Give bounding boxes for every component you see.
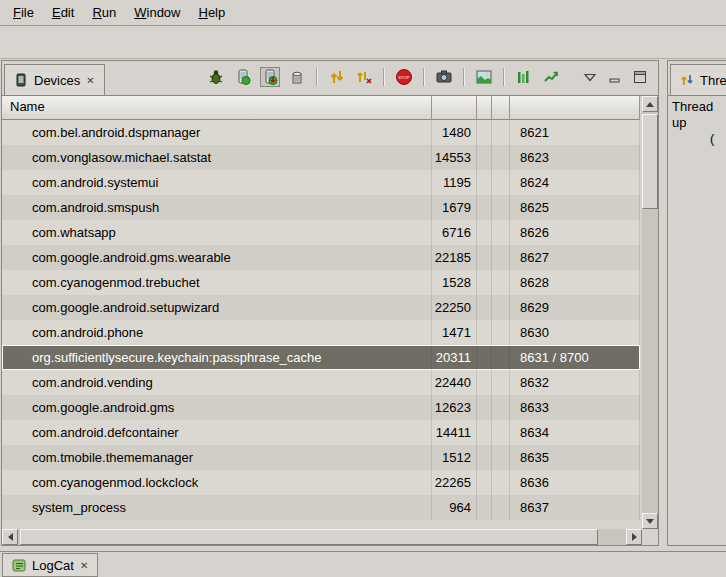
table-row[interactable]: org.sufficientlysecure.keychain:passphra…	[2, 345, 640, 370]
screen-record-icon[interactable]	[474, 67, 494, 87]
table-row[interactable]: com.whatsapp 6716 8626	[2, 220, 640, 245]
tab-threads[interactable]: Threa	[670, 64, 726, 96]
horizontal-scrollbar[interactable]	[2, 529, 642, 545]
scroll-right-button[interactable]	[626, 529, 642, 545]
table-row[interactable]: com.cyanogenmod.trebuchet 1528 8628	[2, 270, 640, 295]
empty-cell	[492, 320, 510, 345]
empty-cell	[492, 370, 510, 395]
close-icon[interactable]: ✕	[79, 560, 89, 571]
menu-help[interactable]: Help	[189, 1, 234, 24]
ddms-window: File Edit Run Window Help Devices ✕	[0, 0, 726, 577]
column-header-empty[interactable]	[492, 96, 510, 120]
process-pid-cell: 22250	[432, 295, 477, 320]
vertical-scrollbar[interactable]	[642, 96, 658, 529]
empty-cell	[477, 420, 492, 445]
empty-cell	[492, 245, 510, 270]
empty-cell	[477, 170, 492, 195]
table-row[interactable]: com.tmobile.thememanager 1512 8635	[2, 445, 640, 470]
process-pid-cell: 14553	[432, 145, 477, 170]
process-name-cell: com.cyanogenmod.trebuchet	[2, 270, 432, 295]
process-port-cell: 8634	[510, 420, 640, 445]
threads-tabstrip: Threa	[668, 61, 726, 96]
process-port-cell: 8632	[510, 370, 640, 395]
column-header-port[interactable]	[510, 96, 640, 120]
minimize-view-icon[interactable]	[605, 67, 625, 87]
stop-process-icon[interactable]: STOP	[394, 67, 414, 87]
toolbar-separator	[503, 68, 505, 86]
process-pid-cell: 1480	[432, 120, 477, 145]
vertical-scroll-track[interactable]	[642, 112, 658, 513]
horizontal-scroll-track[interactable]	[18, 529, 626, 545]
tab-logcat[interactable]: LogCat ✕	[2, 553, 98, 577]
table-row[interactable]: com.android.smspush 1679 8625	[2, 195, 640, 220]
column-header-empty[interactable]	[477, 96, 492, 120]
start-method-profiling-icon[interactable]	[354, 67, 374, 87]
scroll-left-button[interactable]	[2, 529, 18, 545]
table-row[interactable]: com.android.defcontainer 14411 8634	[2, 420, 640, 445]
table-row[interactable]: com.google.android.gms 12623 8633	[2, 395, 640, 420]
maximize-view-icon[interactable]	[630, 67, 650, 87]
vertical-scroll-thumb[interactable]	[642, 114, 658, 209]
empty-cell	[492, 120, 510, 145]
main-toolbar	[0, 27, 726, 59]
threads-message-line2: (	[672, 131, 722, 147]
process-name-cell: com.cyanogenmod.lockclock	[2, 470, 432, 495]
column-header-pid[interactable]	[432, 96, 477, 120]
table-row[interactable]: system_process 964 8637	[2, 495, 640, 520]
close-icon[interactable]: ✕	[85, 75, 95, 86]
process-port-cell: 8626	[510, 220, 640, 245]
process-name-cell: com.google.android.setupwizard	[2, 295, 432, 320]
process-pid-cell: 1195	[432, 170, 477, 195]
horizontal-scroll-thumb[interactable]	[20, 529, 598, 545]
process-port-cell: 8625	[510, 195, 640, 220]
cause-gc-icon[interactable]	[287, 67, 307, 87]
empty-cell	[492, 170, 510, 195]
empty-cell	[492, 420, 510, 445]
tracing-icon[interactable]	[514, 67, 534, 87]
table-row[interactable]: com.bel.android.dspmanager 1480 8621	[2, 120, 640, 145]
empty-cell	[492, 445, 510, 470]
process-pid-cell: 1679	[432, 195, 477, 220]
empty-cell	[492, 195, 510, 220]
table-row[interactable]: com.google.android.gms.wearable 22185 86…	[2, 245, 640, 270]
profiling-chart-icon[interactable]	[541, 67, 561, 87]
devices-tab-label: Devices	[34, 73, 80, 88]
process-port-cell: 8637	[510, 495, 640, 520]
toolbar-separator	[383, 68, 385, 86]
empty-cell	[477, 270, 492, 295]
toolbar-separator	[463, 68, 465, 86]
process-pid-cell: 14411	[432, 420, 477, 445]
empty-cell	[492, 495, 510, 520]
process-pid-cell: 6716	[432, 220, 477, 245]
process-pid-cell: 1528	[432, 270, 477, 295]
debug-process-icon[interactable]	[206, 67, 226, 87]
panel-sash[interactable]	[659, 60, 667, 546]
menu-window[interactable]: Window	[125, 1, 189, 24]
table-row[interactable]: com.android.phone 1471 8630	[2, 320, 640, 345]
tab-devices[interactable]: Devices ✕	[4, 64, 105, 96]
menu-file[interactable]: File	[4, 1, 43, 24]
view-menu-icon[interactable]	[580, 67, 600, 87]
update-threads-icon[interactable]	[327, 67, 347, 87]
scroll-left-icon	[8, 533, 13, 541]
update-heap-icon[interactable]	[233, 67, 253, 87]
table-row[interactable]: com.android.systemui 1195 8624	[2, 170, 640, 195]
process-port-cell: 8633	[510, 395, 640, 420]
table-row[interactable]: com.android.vending 22440 8632	[2, 370, 640, 395]
devices-tab-icon	[13, 72, 29, 88]
table-row[interactable]: com.cyanogenmod.lockclock 22265 8636	[2, 470, 640, 495]
dump-hprof-icon[interactable]	[260, 67, 280, 87]
screen-capture-icon[interactable]	[434, 67, 454, 87]
table-row[interactable]: com.google.android.setupwizard 22250 862…	[2, 295, 640, 320]
column-header-name[interactable]: Name	[2, 96, 432, 120]
menu-edit[interactable]: Edit	[43, 1, 83, 24]
scroll-down-button[interactable]	[642, 513, 658, 529]
process-name-cell: com.google.android.gms.wearable	[2, 245, 432, 270]
process-pid-cell: 1512	[432, 445, 477, 470]
scroll-down-icon	[646, 519, 654, 524]
menu-run[interactable]: Run	[83, 1, 125, 24]
process-port-cell: 8630	[510, 320, 640, 345]
table-row[interactable]: com.vonglasow.michael.satstat 14553 8623	[2, 145, 640, 170]
scroll-up-button[interactable]	[642, 96, 658, 112]
threads-tab-icon	[679, 72, 695, 88]
